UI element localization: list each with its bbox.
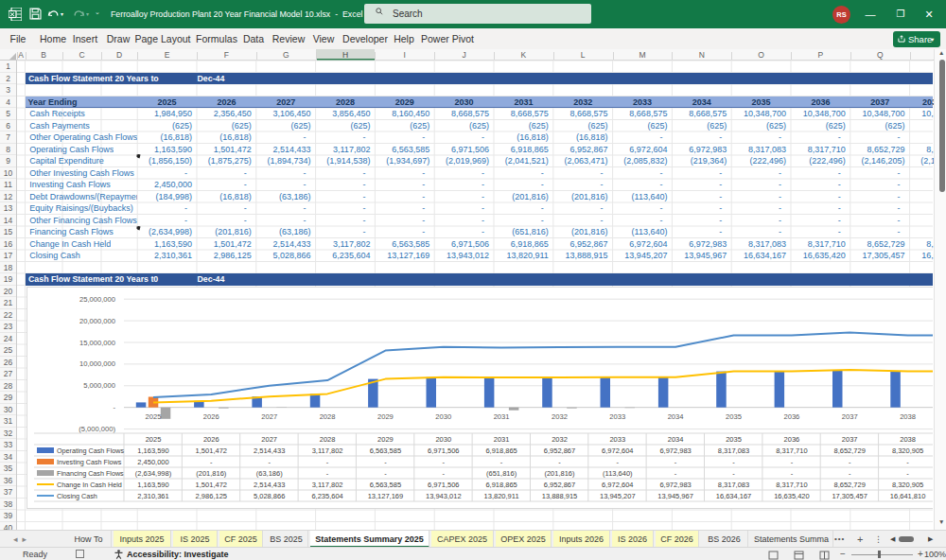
svg-text:20,000,000: 20,000,000 xyxy=(79,317,115,325)
svg-text:2,986,125: 2,986,125 xyxy=(196,492,227,500)
svg-text:2031: 2031 xyxy=(494,412,510,421)
svg-text:16,641,810: 16,641,810 xyxy=(890,492,926,500)
svg-text:10,000,000: 10,000,000 xyxy=(79,359,115,368)
svg-text:2025: 2025 xyxy=(146,412,162,421)
svg-text:8,317,710: 8,317,710 xyxy=(776,446,807,455)
svg-text:-: - xyxy=(849,469,851,478)
svg-text:6,952,867: 6,952,867 xyxy=(544,446,575,455)
svg-text:2027: 2027 xyxy=(261,435,277,444)
svg-text:1,163,590: 1,163,590 xyxy=(137,481,168,489)
svg-text:6,918,865: 6,918,865 xyxy=(485,481,517,489)
svg-text:6,972,604: 6,972,604 xyxy=(602,481,633,489)
svg-text:1,501,472: 1,501,472 xyxy=(196,481,227,489)
svg-text:3,117,802: 3,117,802 xyxy=(312,446,343,455)
svg-text:17,305,457: 17,305,457 xyxy=(832,492,867,500)
svg-text:2030: 2030 xyxy=(435,435,451,444)
svg-text:2037: 2037 xyxy=(842,412,858,421)
svg-text:25,000,000: 25,000,000 xyxy=(79,295,115,304)
svg-text:6,563,585: 6,563,585 xyxy=(370,481,401,489)
svg-text:2030: 2030 xyxy=(435,412,451,421)
svg-text:6,918,865: 6,918,865 xyxy=(485,446,517,455)
svg-text:2028: 2028 xyxy=(320,412,336,421)
svg-text:-: - xyxy=(443,458,446,466)
svg-text:Change In Cash Held: Change In Cash Held xyxy=(57,481,122,489)
svg-text:2029: 2029 xyxy=(377,435,394,444)
svg-text:8,317,710: 8,317,710 xyxy=(776,481,807,489)
svg-text:2034: 2034 xyxy=(668,435,684,444)
svg-text:8,317,083: 8,317,083 xyxy=(718,481,749,489)
svg-text:-: - xyxy=(268,458,271,466)
svg-text:15,000,000: 15,000,000 xyxy=(79,339,115,347)
svg-text:(201,816): (201,816) xyxy=(544,469,575,478)
svg-text:2033: 2033 xyxy=(609,412,625,421)
svg-text:(2,634,998): (2,634,998) xyxy=(135,469,172,478)
svg-text:2031: 2031 xyxy=(494,435,510,444)
svg-text:-: - xyxy=(849,458,851,466)
svg-text:2032: 2032 xyxy=(552,435,568,444)
svg-text:-: - xyxy=(906,469,909,478)
svg-text:(651,816): (651,816) xyxy=(486,469,517,478)
svg-text:(201,816): (201,816) xyxy=(196,469,227,478)
svg-text:13,820,911: 13,820,911 xyxy=(484,492,519,500)
svg-text:13,945,207: 13,945,207 xyxy=(600,492,636,500)
svg-text:5,028,866: 5,028,866 xyxy=(254,492,285,500)
svg-text:2036: 2036 xyxy=(783,412,799,421)
svg-text:2028: 2028 xyxy=(320,435,336,444)
svg-text:-: - xyxy=(617,458,620,466)
svg-text:-: - xyxy=(791,469,794,478)
svg-text:2038: 2038 xyxy=(900,435,916,444)
svg-text:-: - xyxy=(732,469,735,478)
svg-text:-: - xyxy=(558,458,561,466)
svg-text:2,514,433: 2,514,433 xyxy=(254,481,285,489)
svg-text:2029: 2029 xyxy=(377,412,394,421)
svg-text:-: - xyxy=(443,469,446,478)
svg-text:13,943,012: 13,943,012 xyxy=(426,492,462,500)
svg-text:-: - xyxy=(674,469,677,478)
svg-text:2,310,361: 2,310,361 xyxy=(137,492,168,500)
svg-text:6,235,604: 6,235,604 xyxy=(311,492,342,500)
svg-text:Closing Cash: Closing Cash xyxy=(57,492,97,500)
svg-text:2025: 2025 xyxy=(146,435,162,444)
svg-text:2,514,433: 2,514,433 xyxy=(254,446,285,455)
svg-text:2032: 2032 xyxy=(552,412,568,421)
svg-text:8,320,905: 8,320,905 xyxy=(892,446,923,455)
svg-text:Financing Cash Flows: Financing Cash Flows xyxy=(57,469,124,478)
svg-text:2038: 2038 xyxy=(900,412,916,421)
svg-text:6,972,604: 6,972,604 xyxy=(602,446,633,455)
svg-text:6,972,983: 6,972,983 xyxy=(659,446,691,455)
svg-text:-: - xyxy=(113,403,115,411)
svg-text:(63,186): (63,186) xyxy=(256,469,283,478)
svg-text:6,971,506: 6,971,506 xyxy=(428,446,459,455)
svg-text:-: - xyxy=(210,458,213,466)
svg-text:1,501,472: 1,501,472 xyxy=(196,446,227,455)
svg-text:2037: 2037 xyxy=(842,435,858,444)
svg-text:8,317,083: 8,317,083 xyxy=(718,446,749,455)
svg-text:13,945,967: 13,945,967 xyxy=(657,492,693,500)
svg-text:Investing Cash Flows: Investing Cash Flows xyxy=(57,458,122,466)
svg-text:2035: 2035 xyxy=(726,412,742,421)
svg-text:-: - xyxy=(732,458,735,466)
svg-text:8,652,729: 8,652,729 xyxy=(834,446,866,455)
svg-text:2034: 2034 xyxy=(668,412,684,421)
svg-text:-: - xyxy=(384,469,387,478)
svg-text:8,320,905: 8,320,905 xyxy=(892,481,923,489)
svg-text:-: - xyxy=(326,469,329,478)
svg-text:2026: 2026 xyxy=(203,412,219,421)
svg-text:2036: 2036 xyxy=(784,435,800,444)
svg-text:6,563,585: 6,563,585 xyxy=(370,446,401,455)
svg-text:6,971,506: 6,971,506 xyxy=(428,481,459,489)
svg-text:(5,000,000): (5,000,000) xyxy=(79,425,115,433)
svg-text:-: - xyxy=(384,458,387,466)
svg-text:2035: 2035 xyxy=(726,435,742,444)
svg-text:Operating Cash Flows: Operating Cash Flows xyxy=(57,446,125,455)
svg-text:-: - xyxy=(906,458,909,466)
svg-text:16,634,167: 16,634,167 xyxy=(716,492,752,500)
svg-text:2033: 2033 xyxy=(609,435,625,444)
svg-text:-: - xyxy=(326,458,329,466)
svg-text:13,127,169: 13,127,169 xyxy=(368,492,404,500)
svg-text:(113,640): (113,640) xyxy=(603,469,633,478)
svg-text:-: - xyxy=(674,458,677,466)
svg-text:2,450,000: 2,450,000 xyxy=(137,458,168,466)
svg-text:-: - xyxy=(500,458,503,466)
svg-text:6,952,867: 6,952,867 xyxy=(544,481,575,489)
